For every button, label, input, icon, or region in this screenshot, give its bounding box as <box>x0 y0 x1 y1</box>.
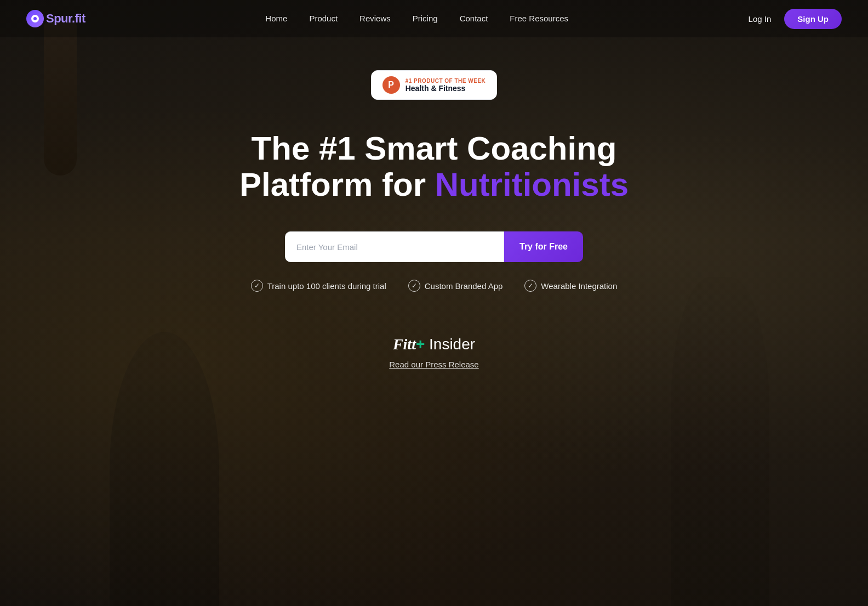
hero-section: P #1 PRODUCT OF THE WEEK Health & Fitnes… <box>0 37 868 369</box>
logo-text: Spur.fit <box>46 12 85 26</box>
ph-badge: P #1 PRODUCT OF THE WEEK Health & Fitnes… <box>371 70 498 100</box>
feature-checks: Train upto 100 clients during trial Cust… <box>251 280 618 292</box>
login-button[interactable]: Log In <box>749 14 772 24</box>
nav-item-reviews[interactable]: Reviews <box>359 14 391 24</box>
email-input[interactable] <box>285 231 504 262</box>
check-icon-1 <box>251 280 263 292</box>
hero-headline: The #1 Smart Coaching Platform for Nutri… <box>187 131 681 203</box>
headline-highlight: Nutritionists <box>435 166 629 203</box>
fitt-insider: Fitt+ Insider Read our Press Release <box>389 336 478 369</box>
email-form: Try for Free <box>285 231 583 262</box>
feature-text-1: Train upto 100 clients during trial <box>267 281 386 291</box>
nav-link-free-resources[interactable]: Free Resources <box>510 14 568 23</box>
navbar: Spur.fit Home Product Reviews Pricing Co… <box>0 0 868 37</box>
nav-link-product[interactable]: Product <box>309 14 338 23</box>
nav-item-pricing[interactable]: Pricing <box>413 14 438 24</box>
nav-link-home[interactable]: Home <box>265 14 287 23</box>
nav-link-reviews[interactable]: Reviews <box>359 14 391 23</box>
check-icon-3 <box>524 280 536 292</box>
signup-button[interactable]: Sign Up <box>784 9 842 29</box>
check-icon-2 <box>408 280 420 292</box>
feature-text-2: Custom Branded App <box>425 281 503 291</box>
logo-icon <box>26 10 44 27</box>
feature-item-1: Train upto 100 clients during trial <box>251 280 386 292</box>
fitt-italic: Fitt <box>393 336 416 353</box>
fitt-plus: + <box>416 336 425 353</box>
ph-icon: P <box>382 76 400 94</box>
nav-item-home[interactable]: Home <box>265 14 287 24</box>
nav-link-pricing[interactable]: Pricing <box>413 14 438 23</box>
fitt-insider-logo: Fitt+ Insider <box>393 336 475 353</box>
nav-item-free-resources[interactable]: Free Resources <box>510 14 568 24</box>
ph-badge-text: #1 PRODUCT OF THE WEEK Health & Fitness <box>406 78 486 93</box>
logo[interactable]: Spur.fit <box>26 10 85 27</box>
feature-item-2: Custom Branded App <box>408 280 503 292</box>
nav-item-product[interactable]: Product <box>309 14 338 24</box>
nav-actions: Log In Sign Up <box>749 9 842 29</box>
try-free-button[interactable]: Try for Free <box>504 231 583 262</box>
nav-link-contact[interactable]: Contact <box>460 14 488 23</box>
feature-item-3: Wearable Integration <box>524 280 617 292</box>
nav-links: Home Product Reviews Pricing Contact Fre… <box>265 14 568 24</box>
ph-badge-bottom: Health & Fitness <box>406 84 486 93</box>
press-release-link[interactable]: Read our Press Release <box>389 360 478 369</box>
nav-item-contact[interactable]: Contact <box>460 14 488 24</box>
fitt-insider-text: Insider <box>425 336 475 353</box>
ph-badge-top: #1 PRODUCT OF THE WEEK <box>406 78 486 84</box>
feature-text-3: Wearable Integration <box>541 281 617 291</box>
logo-icon-inner <box>31 15 39 22</box>
